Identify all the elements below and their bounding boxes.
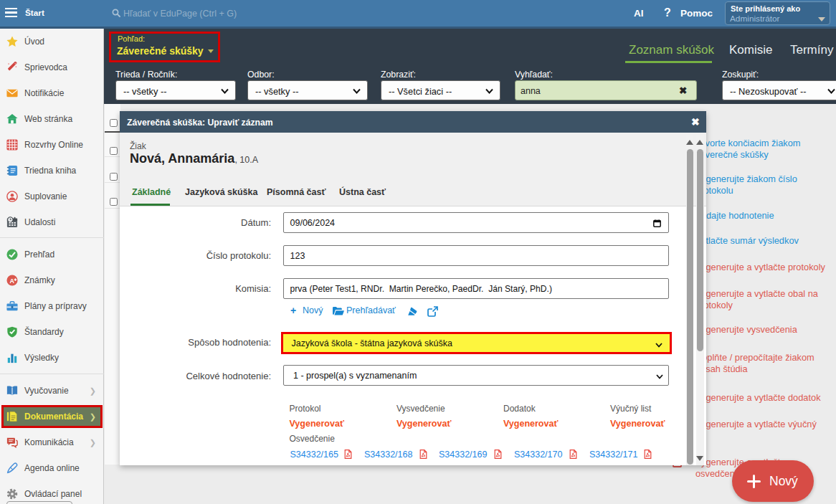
svg-text:A: A [9, 277, 14, 285]
